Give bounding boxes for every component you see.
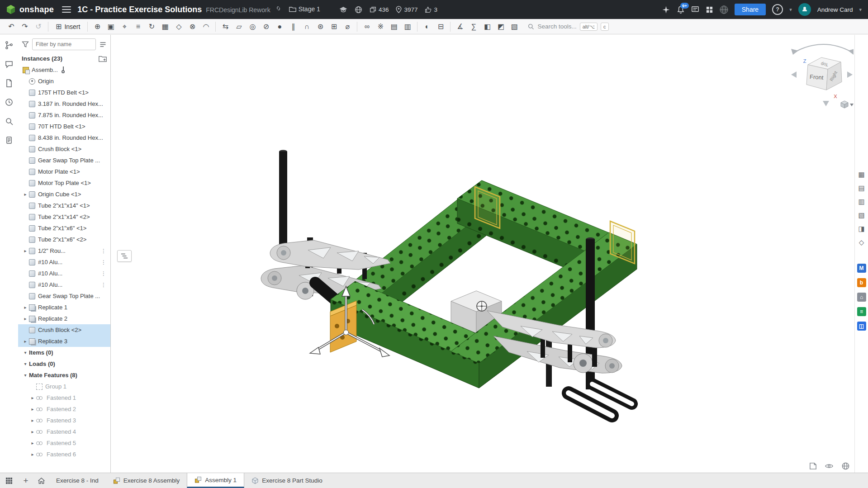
help-button[interactable]: ? [772,4,783,15]
expand-chevron-icon[interactable]: ▸ [22,305,29,310]
tree-row-instance[interactable]: Tube 2"x1"x14" <2> [18,211,110,223]
revolute-mate-icon[interactable]: ◠ [199,21,213,33]
group-icon[interactable]: ▣ [104,21,118,33]
configuration-panel-icon[interactable]: ◨ [858,225,864,233]
tree-row-group-mate[interactable]: Group 1 [18,381,110,392]
display-states-icon[interactable]: ◐ [420,21,434,33]
app-store-grid-icon[interactable] [706,6,713,14]
tab-assembly-1-active[interactable]: Assembly 1 [187,473,244,488]
tree-row-replicate-selected[interactable]: ▸ Replicate 3 [18,336,110,347]
config-icon[interactable]: ⋮ [101,282,108,288]
search-tools[interactable]: Search tools... alt/⌥ c [527,23,608,31]
items-section-header[interactable]: ▾ Items (0) [18,347,110,358]
properties-icon[interactable] [4,135,14,145]
tree-row-instance[interactable]: ▸ 1/2" Rou... ⋮ [18,245,110,256]
structure-flyout-button[interactable] [117,250,132,262]
triad-y-arrow[interactable] [310,347,320,354]
tangent-mate-icon[interactable]: ∩ [300,21,313,33]
tree-row-fastened-mate[interactable]: ▸ Fastened 3 [18,415,110,426]
config-icon[interactable]: ⋮ [101,248,108,254]
drawing-panel-icon[interactable]: ▧ [858,211,864,219]
document-icon[interactable] [4,78,14,88]
gear-relation-icon[interactable]: ⊛ [313,21,327,33]
eye-icon[interactable] [825,461,834,470]
left-plate-assembly[interactable] [261,150,390,309]
view-options-button[interactable] [841,101,854,108]
create-folder-icon[interactable] [99,55,107,62]
mate-connector-icon[interactable]: ⌖ [118,21,131,33]
tree-row-fastened-mate[interactable]: ▸ Fastened 5 [18,437,110,449]
parallel-mate-icon[interactable]: ∥ [286,21,300,33]
rotate-arc-icon[interactable] [795,44,852,52]
utility-app-icon[interactable]: ⌂ [857,293,866,302]
expand-chevron-icon[interactable]: ▸ [22,192,29,197]
slider-mate-icon[interactable]: ⇆ [218,21,232,33]
likes-stat[interactable]: 3 [425,6,437,13]
tree-row-instance[interactable]: Crush Block <1> [18,143,110,155]
rotate-left-arrow-icon[interactable] [791,71,797,78]
user-avatar[interactable] [798,3,811,16]
mass-properties-icon[interactable]: ∑ [467,21,480,33]
expand-chevron-icon[interactable]: ▸ [29,452,36,457]
filter-input[interactable] [32,38,96,50]
new-tab-button[interactable]: + [18,473,33,488]
user-name[interactable]: Andrew Card [817,6,853,13]
circular-pattern-icon[interactable]: ↻ [145,21,158,33]
document-home-button[interactable] [33,473,49,488]
replicate-icon[interactable]: ▦ [158,21,172,33]
screw-relation-icon[interactable]: ⌀ [341,21,354,33]
rotate-down-arrow-icon[interactable] [823,101,829,106]
expand-chevron-icon[interactable]: ▸ [22,316,29,321]
user-menu-caret-icon[interactable]: ▾ [859,7,862,13]
mkcad-app-icon[interactable]: M [857,264,866,273]
expand-chevron-icon[interactable]: ▸ [29,429,36,434]
section-view-icon[interactable]: ◧ [480,21,494,33]
sync-icon[interactable]: ↺ [32,21,45,33]
expand-chevron-icon[interactable]: ▸ [29,441,36,445]
tab-exercise-8-ind[interactable]: Exercise 8 - Ind [49,473,106,488]
expand-chevron-icon[interactable]: ▸ [29,418,36,423]
mate-connector-target[interactable] [477,301,487,311]
measure-icon[interactable]: ∡ [453,21,467,33]
notifications-bell-icon[interactable]: 9+ [677,5,685,14]
tree-row-instance[interactable]: 8.438 in. Rounded Hex... [18,132,110,143]
filter-funnel-icon[interactable] [22,41,29,48]
share-button[interactable]: Share [735,4,766,15]
list-options-icon[interactable] [99,41,107,48]
link-icon[interactable] [275,5,282,12]
views-stat[interactable]: 3977 [396,6,417,13]
3d-viewport[interactable]: Front Top Right Z X [111,35,854,473]
collapse-chevron-icon[interactable]: ▾ [22,373,29,378]
cylindrical-mate-icon[interactable]: ◎ [246,21,259,33]
bom-table-icon[interactable]: ▦ [858,171,864,179]
tree-row-instance[interactable]: Tube 2"x1"x6" <1> [18,223,110,234]
snapshot-icon[interactable]: ▤ [387,21,401,33]
tree-row-fastened-mate[interactable]: ▸ Fastened 6 [18,449,110,460]
expand-chevron-icon[interactable]: ▸ [29,407,36,412]
pin-slot-mate-icon[interactable]: ⊘ [259,21,273,33]
viewcube-top-label[interactable]: Top [821,62,829,67]
planar-mate-icon[interactable]: ▱ [232,21,246,33]
named-positions-icon[interactable]: ▥ [401,21,414,33]
sheets-app-icon[interactable]: ≡ [857,307,866,316]
onshape-logo[interactable]: onshape [0,4,58,15]
standard-content-icon[interactable]: ◇ [172,21,185,33]
mate-features-section-header[interactable]: ▾ Mate Features (8) [18,370,110,381]
viewcube-front-label[interactable]: Front [810,73,824,81]
drawing-icon[interactable]: ▧ [508,21,521,33]
exploded-view-icon[interactable]: ※ [374,21,387,33]
main-menu-icon[interactable] [62,6,71,13]
perspective-globe-icon[interactable] [841,461,850,470]
tree-row-instance[interactable]: 3.187 in. Rounded Hex... [18,98,110,109]
collapse-chevron-icon[interactable]: ▾ [22,350,29,355]
appearance-icon[interactable]: ◩ [494,21,508,33]
triad-center[interactable] [344,330,349,335]
tree-row-fastened-mate[interactable]: ▸ Fastened 2 [18,403,110,415]
dark-globe-icon[interactable] [720,5,728,14]
undo-icon[interactable]: ↶ [5,21,18,33]
linear-pattern-icon[interactable]: ≡ [131,21,145,33]
tree-row-assembly-root[interactable]: Assemb... [18,64,110,76]
triad-x-arrow[interactable] [379,348,389,357]
search-panel-icon[interactable] [4,116,14,126]
assembly-3d-scene[interactable] [111,35,854,473]
